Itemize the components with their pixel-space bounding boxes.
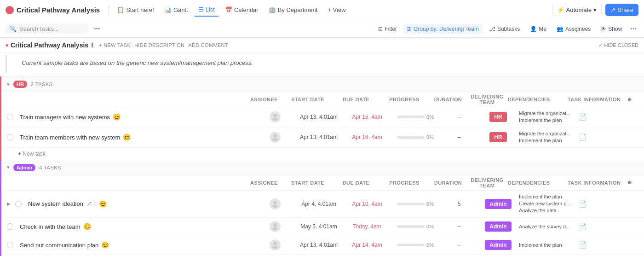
nav-right: ⚡ Automate ▾ ↗ Share xyxy=(552,4,638,16)
avatar xyxy=(270,111,281,122)
task-name-ideation[interactable]: ▶ New system ideation ⎇ 1 😊 xyxy=(7,200,257,208)
col-header-add-admin[interactable]: ⊕ xyxy=(627,180,638,186)
toolbar-more-dots[interactable]: ••• xyxy=(92,23,102,34)
me-label: Me xyxy=(539,26,546,32)
table-row: Train managers with new systems 😊 Apr 13… xyxy=(1,107,644,128)
col-header-start: START DATE xyxy=(282,97,333,102)
filter-button[interactable]: ⊟ Filter xyxy=(374,24,401,34)
task-check[interactable] xyxy=(7,114,13,120)
share-button[interactable]: ↗ Share xyxy=(605,4,638,16)
progress-bar-bg xyxy=(397,244,425,246)
gantt-icon: 📊 xyxy=(164,6,172,13)
progress-bar-bg xyxy=(397,136,425,139)
task-start-date: Apr 13, 4:01am xyxy=(293,242,344,248)
calendar-icon: 📅 xyxy=(225,6,232,13)
task-deps: Migrate the organizat... Implement the p… xyxy=(519,130,579,145)
list-header-chevron[interactable]: ▾ xyxy=(6,42,9,49)
svg-point-0 xyxy=(273,114,277,117)
group-admin: ▾ Admin 4 TASKS ASSIGNEE START DATE DUE … xyxy=(0,160,644,256)
hide-closed-button[interactable]: ✓ HIDE CLOSED xyxy=(598,42,638,48)
task-duration: – xyxy=(441,114,477,120)
svg-point-4 xyxy=(273,201,277,204)
avatar xyxy=(270,239,281,250)
delivering-badge: Admin xyxy=(485,240,511,250)
list-label: List xyxy=(206,6,215,13)
task-info: 📄 xyxy=(579,241,638,249)
col-header-due-admin: DUE DATE xyxy=(333,180,379,186)
group-admin-count: 4 TASKS xyxy=(39,165,61,170)
task-info: 📄 xyxy=(579,113,638,121)
task-label: Check in with the team xyxy=(20,223,80,230)
toolbar-right-dots[interactable]: ••• xyxy=(628,23,638,34)
avatar xyxy=(270,132,281,143)
me-button[interactable]: 👤 Me xyxy=(526,24,550,34)
main-content: ▾ Critical Pathway Analysis ℹ + NEW TASK… xyxy=(0,38,644,256)
dep-item: Implement the plan xyxy=(519,137,579,144)
task-name-check-in[interactable]: Check in with the team 😊 xyxy=(7,223,257,230)
task-info-icon: 📄 xyxy=(579,113,586,121)
hide-description-button[interactable]: HIDE DESCRIPTION xyxy=(134,42,184,48)
add-view-label: + View xyxy=(328,6,345,13)
add-task-hr-button[interactable]: + New task xyxy=(1,148,644,160)
dep-item: Implement the plan xyxy=(519,242,579,249)
group-icon: ⊞ xyxy=(407,26,412,32)
assignees-button[interactable]: 👥 Assignees xyxy=(553,24,594,34)
task-assignee xyxy=(257,132,293,143)
task-info-icon: 📄 xyxy=(579,223,586,230)
task-name-train-team[interactable]: Train team members with new system 😊 xyxy=(7,134,257,141)
progress-pct: 0% xyxy=(426,242,434,248)
delivering-badge: Admin xyxy=(485,199,511,209)
group-admin-chevron[interactable]: ▾ xyxy=(7,164,10,170)
task-deps: Implement the plan xyxy=(519,242,579,249)
list-header-actions: + NEW TASK HIDE DESCRIPTION ADD COMMENT xyxy=(99,42,228,48)
dep-item: Migrate the organizat... xyxy=(519,130,579,137)
tab-list[interactable]: ☰ List xyxy=(195,3,218,17)
task-emoji: 😊 xyxy=(99,200,107,208)
subtasks-button[interactable]: ⎇ Subtasks xyxy=(485,24,523,34)
list-icon: ☰ xyxy=(198,6,204,13)
show-button[interactable]: 👁 Show xyxy=(597,24,626,34)
new-task-button[interactable]: + NEW TASK xyxy=(99,42,131,48)
task-check[interactable] xyxy=(7,242,13,248)
table-row: Train team members with new system 😊 Apr… xyxy=(1,128,644,148)
task-label: New system ideation xyxy=(28,200,83,207)
task-check[interactable] xyxy=(7,223,13,230)
col-header-progress-admin: PROGRESS xyxy=(379,180,430,186)
dep-item: Analyze the survey d... xyxy=(519,223,579,230)
task-deps: Migrate the organizat... Implement the p… xyxy=(519,110,579,124)
task-emoji: 😊 xyxy=(123,134,131,141)
tab-add-view[interactable]: + View xyxy=(324,4,349,16)
task-check[interactable] xyxy=(15,201,22,207)
task-emoji: 😊 xyxy=(113,113,121,121)
list-header-info-icon: ℹ xyxy=(91,42,93,49)
tab-by-department[interactable]: 🏢 By Department xyxy=(265,4,322,16)
add-comment-button[interactable]: ADD COMMENT xyxy=(188,42,228,48)
group-hr-header: ▾ HR 2 TASKS xyxy=(1,76,644,92)
task-name-train-managers[interactable]: Train managers with new systems 😊 xyxy=(7,113,257,121)
dep-item: Analyze the data xyxy=(519,207,579,214)
task-delivering: Admin xyxy=(477,240,519,250)
automate-icon: ⚡ xyxy=(557,6,564,13)
svg-point-2 xyxy=(273,134,277,138)
tab-gantt[interactable]: 📊 Gantt xyxy=(161,4,192,16)
nav-divider-1 xyxy=(108,6,109,15)
col-header-add[interactable]: ⊕ xyxy=(627,97,638,103)
col-header-deps: DEPENDENCIES xyxy=(508,97,568,102)
tab-start-here[interactable]: 📋 Start here! xyxy=(113,4,158,16)
start-here-icon: 📋 xyxy=(117,6,124,13)
task-name-communication[interactable]: Send out communication plan 😊 xyxy=(7,241,257,249)
group-by-button[interactable]: ⊞ Group by: Delivering Team xyxy=(403,24,483,34)
col-header-start-admin: START DATE xyxy=(282,180,333,186)
tab-calendar[interactable]: 📅 Calendar xyxy=(221,4,262,16)
filter-icon: ⊟ xyxy=(378,26,383,32)
automate-button[interactable]: ⚡ Automate ▾ xyxy=(552,4,602,16)
task-delivering: Admin xyxy=(477,199,519,209)
progress-pct: 0% xyxy=(426,114,434,120)
task-deps: Analyze the survey d... xyxy=(519,223,579,230)
automate-label: Automate xyxy=(566,6,592,13)
group-hr-chevron[interactable]: ▾ xyxy=(7,81,10,87)
search-placeholder: Search tasks... xyxy=(19,25,59,32)
expand-icon[interactable]: ▶ xyxy=(7,201,11,206)
task-check[interactable] xyxy=(7,134,13,140)
search-box[interactable]: 🔍 Search tasks... xyxy=(6,23,88,34)
